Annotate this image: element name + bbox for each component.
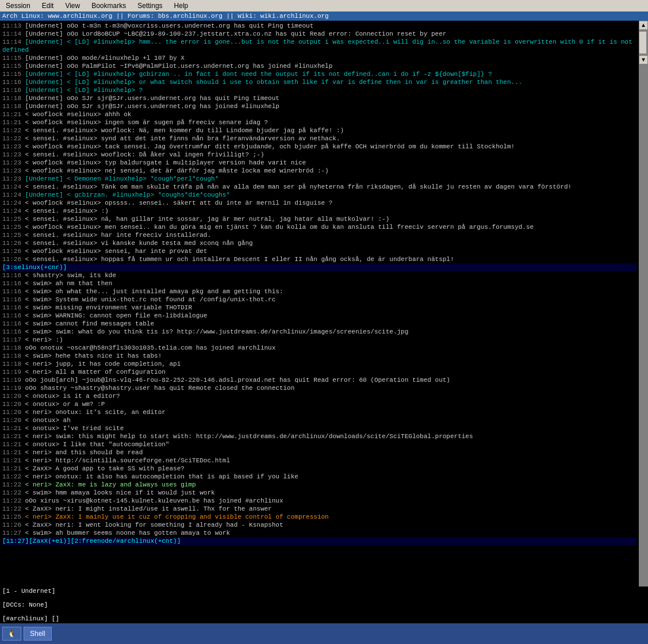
chat-line: 11:21 < wooflock #selinux> ingen som är … [2,118,637,126]
menu-edit[interactable]: Edit [39,1,57,11]
chat-line: 11:26 < ZaxX> neri: I went looking for s… [2,521,637,529]
chat-line: 11:22 < neri> onotux: it also has autoco… [2,473,637,481]
menu-help[interactable]: Help [171,1,192,11]
chat-line: 11:23 < sensei. #selinux> wooflock: Då å… [2,151,637,159]
menu-view[interactable]: View [62,1,83,11]
chat-line: 11:13 [Undernet] oOo t-m3n t-m3n@voxcris… [2,22,637,30]
chat-line: 11:24 < sensei. #selinux> :) [2,207,637,215]
chat-line: 11:19 < neri> all a matter of configurat… [2,368,637,376]
scroll-down-button[interactable]: ▼ [639,55,648,64]
title-bar: Arch Linux: www.archlinux.org || Forums:… [0,12,648,21]
menu-settings[interactable]: Settings [134,1,166,11]
chat-line: 11:18 < neri> jupp, it has code completi… [2,360,637,368]
scroll-up-button[interactable]: ▲ [639,21,648,30]
chat-line: 11:14 [Undernet] < [LD] #linuxhelp> hmm.… [2,38,637,54]
chat-line: 11:16 < swim> System wide unix-thot.rc n… [2,296,637,304]
chat-line: 11:23 [Undernet] < Demonen #linuxhelp> *… [2,175,637,183]
chat-line: 11:19 oOo shastry ~shastry@shastry.user … [2,384,637,392]
chat-line: [11:27][ZaxX(+ei)][2:freenode/#archlinux… [2,537,637,545]
status-line-3: [#archlinux] [] [2,615,646,622]
chat-line: 11:20 < neri> onotux: it's scite, an edi… [2,408,637,416]
status-line-2: [DCCs: None] [2,601,646,608]
chat-line: 11:23 < wooflock #selinux> nej sensei, d… [2,167,637,175]
menu-bookmarks[interactable]: Bookmarks [88,1,129,11]
chat-line: 11:21 < ZaxX> A good app to take SS with… [2,465,637,473]
chat-line: 11:16 < swim> WARNING: cannot open file … [2,312,637,320]
chat-line: 11:22 < neri> ZaxX: me is lazy and alway… [2,481,637,489]
chat-line: 11:22 < sensei. #selinux> wooflock: Nä, … [2,126,637,135]
chat-line: 11:21 < wooflock #selinux> ahhh ok [2,110,637,118]
chat-area: 11:13 [Undernet] oOo t-m3n t-m3n@voxcris… [0,21,639,586]
chat-line: 11:17 < neri> :) [2,336,637,344]
chat-line: 11:18 < swim> hehe thats nice it has tab… [2,352,637,360]
chat-line: 11:18 [Undernet] oOo SJr sjr@SJr.users.u… [2,102,637,110]
chat-line: 11:26 < sensei. #selinux> hoppas få tumm… [2,255,637,263]
chat-line: 11:16 < shastry> swim, its kde [2,271,637,279]
chat-line: 11:16 [Undernet] < [LD] #linuxhelp> or w… [2,78,637,86]
chat-line: 11:27 < swim> ah bummer seems noone has … [2,529,637,537]
status-area: [1 - Undernet] [DCCs: None] [#archlinux]… [0,586,648,623]
chat-line: 11:25 < wooflock #selinux> men sensei.. … [2,223,637,231]
chat-line: 11:16 [Undernet] < [LD] #linuxhelp> ? [2,86,637,94]
chat-line: 11:22 < ZaxX> neri: I might installed/us… [2,505,637,513]
chat-line: 11:21 < onotux> I like that "autocomplet… [2,440,637,448]
chat-line: 11:16 < swim> ah nm that then [2,279,637,288]
chat-line: 11:26 < sensei. #selinux> vi kanske kund… [2,239,637,247]
chat-line: 11:20 < onotux> or a wm? :P [2,400,637,408]
chat-line: 11:23 < wooflock #selinux> typ baldursga… [2,159,637,167]
chat-line: 11:25 < neri> ZaxX: I mainly use it cuz … [2,513,637,521]
chat-line: 11:20 < onotux> ah [2,416,637,424]
chat-line: 11:25 < sensei. #selinux> nä, han gillar… [2,215,637,223]
chat-line: 11:16 < swim> cannot find messages table [2,320,637,328]
start-button[interactable]: 🐧 [2,627,21,641]
chat-line: 11:24 [Undernet] < gcbirzan. #linuxhelp>… [2,191,637,199]
chat-line: 11:24 < wooflock #selinux> opssss.. sens… [2,199,637,207]
scrollbar[interactable]: ▲ ▼ [639,21,648,586]
menu-bar: Session Edit View Bookmarks Settings Hel… [0,0,648,12]
start-icon: 🐧 [7,630,16,638]
title-text: Arch Linux: www.archlinux.org || Forums:… [2,13,329,20]
scroll-thumb[interactable] [639,31,647,54]
chat-line: 11:16 < swim> missing environment variab… [2,304,637,312]
chat-line: 11:25 < sensei. #selinux> har inte freec… [2,231,637,239]
chat-line: 11:24 < sensei. #selinux> Tänk om man sk… [2,183,637,191]
chat-line: 11:22 < swim> hmm amaya looks nice if it… [2,489,637,497]
chat-line: 11:21 < neri> http://scintilla.sourcefor… [2,457,637,465]
chat-line: 11:21 < neri> swim: this might help to s… [2,432,637,440]
chat-line: 11:21 < onotux> I've tried scite [2,424,637,432]
taskbar: 🐧 Shell [0,623,648,644]
chat-line: 11:21 < neri> and this should be read [2,448,637,457]
status-line-1: [1 - Undernet] [2,588,646,595]
chat-line: 11:22 oOo xirus ~xirus@kotnet-145.kulnet… [2,497,637,505]
chat-line: 11:16 < swim> oh what the... just instal… [2,288,637,296]
chat-line: 11:15 [Undernet] < [LD] #linuxhelp> gcbi… [2,70,637,78]
shell-button[interactable]: Shell [24,627,52,641]
chat-line: 11:20 < onotux> is it a editor? [2,392,637,400]
chat-line: 11:22 < sensei. #selinux> synd att det i… [2,135,637,143]
chat-line: 11:23 < wooflock #selinux> tack sensei. … [2,143,637,151]
chat-line: 11:15 [Undernet] oOo mode/#linuxhelp +l … [2,54,637,62]
chat-line: 11:14 [Undernet] oOo LordBoBCUP ~LBC@219… [2,30,637,38]
chat-line: [3:selinux(+cnr)] [2,263,637,271]
menu-session[interactable]: Session [2,1,34,11]
chat-line: 11:18 oOo onotux ~oscar@h58n3fls303o1035… [2,344,637,352]
chat-line: 11:26 < wooflock #selinux> sensei, har i… [2,247,637,255]
chat-line: 11:16 < swim> swim: what do you think ti… [2,328,637,336]
chat-line: 11:18 [Undernet] oOo SJr sjr@SJr.users.u… [2,94,637,102]
chat-line: 11:19 oOo joub[arch] ~joub@lns-vlq-46-ro… [2,376,637,384]
chat-line: 11:15 [Undernet] oOo PalmPilot ~IPv6@Pal… [2,62,637,70]
